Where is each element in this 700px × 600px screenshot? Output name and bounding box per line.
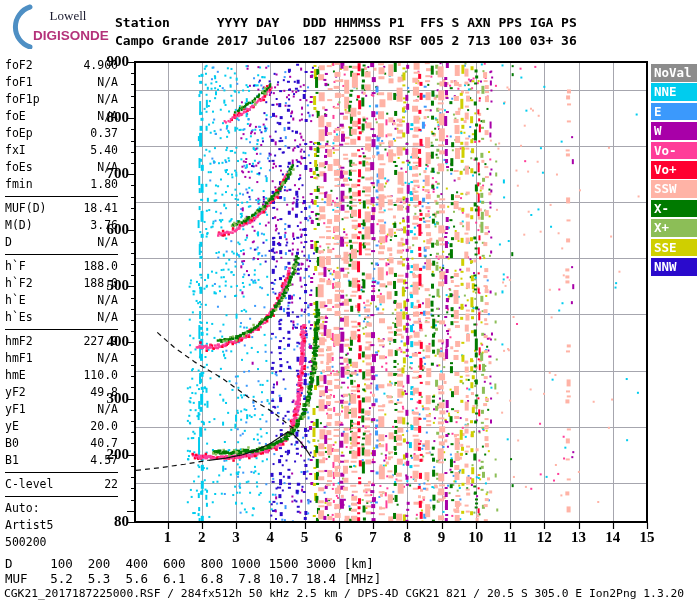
y-tick-label: 700 bbox=[93, 165, 129, 182]
y-tick-label: 600 bbox=[93, 221, 129, 238]
x-tick-label: 5 bbox=[292, 529, 318, 546]
x-tick-label: 15 bbox=[634, 529, 660, 546]
parameter-value: N/A bbox=[97, 91, 118, 108]
lowell-crescent-icon: Lowell DIGISONDE bbox=[8, 3, 110, 49]
legend-item-nne: NNE bbox=[651, 83, 697, 101]
parameter-row: foF1pN/A bbox=[5, 91, 118, 108]
x-tick-label: 8 bbox=[394, 529, 420, 546]
parameter-label: D bbox=[5, 234, 12, 251]
parameter-label: yF1 bbox=[5, 401, 26, 418]
parameter-label: yF2 bbox=[5, 384, 26, 401]
parameter-row: foF1N/A bbox=[5, 74, 118, 91]
parameter-row: fxI5.40 bbox=[5, 142, 118, 159]
legend-item-vo: Vo+ bbox=[651, 161, 697, 179]
x-tick-label: 13 bbox=[566, 529, 592, 546]
legend-item-nnw: NNW bbox=[651, 258, 697, 276]
y-tick-label: 500 bbox=[93, 277, 129, 294]
parameter-label: h`E bbox=[5, 292, 26, 309]
parameter-row: h`EsN/A bbox=[5, 309, 118, 326]
x-tick-label: 7 bbox=[360, 529, 386, 546]
y-tick-label: 80 bbox=[93, 513, 129, 530]
autoscaler-line: 500200 bbox=[5, 534, 118, 551]
legend-item-x: X+ bbox=[651, 219, 697, 237]
parameter-label: B0 bbox=[5, 435, 19, 452]
parameter-label: C-level bbox=[5, 476, 53, 493]
parameter-row: hmE110.0 bbox=[5, 367, 118, 384]
x-tick-label: 10 bbox=[463, 529, 489, 546]
scaled-parameters-panel: foF24.900foF1N/AfoF1pN/AfoEN/AfoEp0.37fx… bbox=[5, 57, 118, 551]
file-info-row: CGK21_2017187225000.RSF / 284fx512h 50 k… bbox=[4, 587, 684, 600]
parameter-label: fmin bbox=[5, 176, 33, 193]
parameter-value: 0.37 bbox=[90, 125, 118, 142]
legend-item-vo: Vo- bbox=[651, 142, 697, 160]
parameter-label: hmF1 bbox=[5, 350, 33, 367]
parameter-label: h`F bbox=[5, 258, 26, 275]
legend-item-sse: SSE bbox=[651, 239, 697, 257]
parameter-row: yE20.0 bbox=[5, 418, 118, 435]
logo-digisonde-text: DIGISONDE bbox=[33, 28, 109, 43]
x-tick-label: 3 bbox=[223, 529, 249, 546]
parameter-row: C-level22 bbox=[5, 476, 118, 493]
muf-distance-row: D 100 200 400 600 800 1000 1500 3000 [km… bbox=[5, 556, 374, 571]
parameter-label: foEp bbox=[5, 125, 33, 142]
header-values: Campo Grande 2017 Jul06 187 225000 RSF 0… bbox=[115, 33, 577, 48]
parameter-value: 22 bbox=[104, 476, 118, 493]
parameter-label: h`Es bbox=[5, 309, 33, 326]
x-tick-label: 14 bbox=[600, 529, 626, 546]
legend-item-noval: NoVal bbox=[651, 64, 697, 82]
parameter-label: foF1 bbox=[5, 74, 33, 91]
parameter-value: N/A bbox=[97, 74, 118, 91]
legend-item-w: W bbox=[651, 122, 697, 140]
y-tick-label: 300 bbox=[93, 390, 129, 407]
legend-item-e: E bbox=[651, 103, 697, 121]
parameter-row: foEp0.37 bbox=[5, 125, 118, 142]
legend-item-ssw: SSW bbox=[651, 180, 697, 198]
y-tick-label: 400 bbox=[93, 333, 129, 350]
parameter-label: yE bbox=[5, 418, 19, 435]
x-tick-label: 11 bbox=[497, 529, 523, 546]
y-tick-label: 800 bbox=[93, 109, 129, 126]
parameter-label: MUF(D) bbox=[5, 200, 47, 217]
parameter-label: B1 bbox=[5, 452, 19, 469]
x-tick-label: 12 bbox=[531, 529, 557, 546]
parameter-label: foF2 bbox=[5, 57, 33, 74]
parameter-label: foEs bbox=[5, 159, 33, 176]
parameter-value: N/A bbox=[97, 292, 118, 309]
parameter-row: h`F188.0 bbox=[5, 258, 118, 275]
digisonde-logo: Lowell DIGISONDE bbox=[8, 3, 110, 49]
x-tick-label: 6 bbox=[326, 529, 352, 546]
parameter-row: hmF1N/A bbox=[5, 350, 118, 367]
parameter-label: M(D) bbox=[5, 217, 33, 234]
parameter-value: 5.40 bbox=[90, 142, 118, 159]
parameter-label: fxI bbox=[5, 142, 26, 159]
parameter-value: N/A bbox=[97, 309, 118, 326]
parameter-value: 18.41 bbox=[83, 200, 118, 217]
x-tick-label: 1 bbox=[155, 529, 181, 546]
parameter-label: foE bbox=[5, 108, 26, 125]
header-column-labels: Station YYYY DAY DDD HHMMSS P1 FFS S AXN… bbox=[115, 15, 577, 30]
x-tick-label: 4 bbox=[257, 529, 283, 546]
x-tick-label: 2 bbox=[189, 529, 215, 546]
y-tick-label: 900 bbox=[93, 53, 129, 70]
muf-values-row: MUF 5.2 5.3 5.6 6.1 6.8 7.8 10.7 18.4 [M… bbox=[5, 571, 381, 586]
legend-item-x: X- bbox=[651, 200, 697, 218]
parameter-label: foF1p bbox=[5, 91, 40, 108]
logo-lowell-text: Lowell bbox=[50, 8, 87, 23]
parameter-row: MUF(D)18.41 bbox=[5, 200, 118, 217]
x-tick-label: 9 bbox=[429, 529, 455, 546]
parameter-label: hmF2 bbox=[5, 333, 33, 350]
y-tick-label: 200 bbox=[93, 446, 129, 463]
parameter-value: N/A bbox=[97, 350, 118, 367]
parameter-row: h`EN/A bbox=[5, 292, 118, 309]
parameter-label: h`F2 bbox=[5, 275, 33, 292]
parameter-group: C-level22 bbox=[5, 472, 118, 493]
parameter-label: hmE bbox=[5, 367, 26, 384]
parameter-value: 20.0 bbox=[90, 418, 118, 435]
echo-direction-legend: NoValNNEEWVo-Vo+SSWX-X+SSENNW bbox=[651, 64, 697, 277]
parameter-value: 188.0 bbox=[83, 258, 118, 275]
parameter-value: 110.0 bbox=[83, 367, 118, 384]
